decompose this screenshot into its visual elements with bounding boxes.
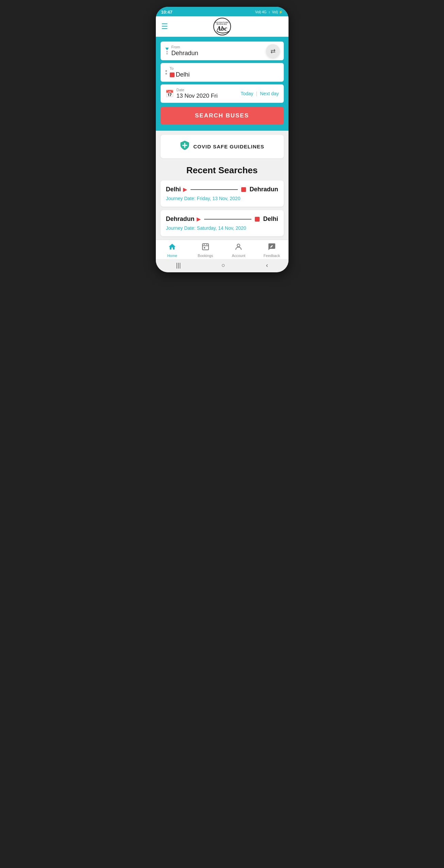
journey-date-2: Journey Date: Saturday, 14 Nov, 2020 (166, 225, 278, 231)
nav-item-account[interactable]: Account (228, 243, 249, 258)
shield-plus-icon (180, 140, 190, 153)
app-header: ☰ ADVENTURE BOOKING Abc (156, 16, 289, 37)
route-red-square-1 (241, 187, 246, 192)
route-red-square-2 (255, 217, 260, 222)
android-recents-button[interactable]: ||| (176, 262, 181, 269)
status-time: 10:47 (161, 10, 172, 15)
recent-searches-title: Recent Searches (161, 165, 284, 176)
status-icons: Vol) 4G ↕ Vol) ⚡ (255, 10, 283, 14)
nav-item-feedback[interactable]: Feedback (262, 243, 282, 258)
next-day-link[interactable]: Next day (260, 91, 279, 96)
swap-arrows-icon: ⇅ (269, 48, 277, 53)
from-row: From Dehradun (165, 45, 279, 57)
search-panel: From Dehradun ⇅ To Delhi (156, 37, 289, 131)
route-row-1: Delhi ▶ Dehradun (166, 186, 278, 193)
bookings-icon (201, 243, 210, 253)
bottom-navigation: Home Bookings Account (156, 240, 289, 259)
date-separator: | (256, 91, 258, 96)
route-line-1 (191, 189, 238, 190)
from-icon (165, 48, 169, 54)
nav-item-home[interactable]: Home (162, 243, 182, 258)
from-input-card[interactable]: From Dehradun ⇅ (161, 42, 284, 60)
to-red-square-icon (170, 73, 175, 77)
search-buses-button[interactable]: SEARCH BUSES (161, 107, 284, 125)
calendar-icon: 📅 (165, 90, 174, 98)
phone-frame: 10:47 Vol) 4G ↕ Vol) ⚡ ☰ ADVENTURE BOOKI… (156, 7, 289, 272)
recent-search-card-2[interactable]: Dehradun ▶ Delhi Journey Date: Saturday,… (161, 210, 284, 236)
svg-rect-4 (207, 244, 207, 245)
route-line-2 (204, 219, 252, 220)
svg-rect-3 (204, 244, 204, 245)
to-label: To (170, 66, 190, 70)
logo-svg-decoration (214, 18, 232, 36)
from-value: Dehradun (171, 50, 198, 57)
swap-button[interactable]: ⇅ (266, 44, 280, 58)
from-text-block: From Dehradun (171, 45, 198, 57)
hamburger-menu-icon[interactable]: ☰ (161, 22, 168, 31)
route-to-city-2: Delhi (263, 215, 278, 223)
feedback-icon (268, 243, 276, 253)
route-arrow-1: ▶ (183, 186, 187, 193)
date-left: 📅 Date 13 Nov 2020 Fri (165, 88, 218, 99)
date-label: Date (177, 88, 218, 92)
android-nav-bar: ||| ○ ‹ (156, 259, 289, 272)
journey-date-1: Journey Date: Friday, 13 Nov, 2020 (166, 196, 278, 201)
android-home-button[interactable]: ○ (221, 262, 225, 269)
nav-item-bookings[interactable]: Bookings (195, 243, 216, 258)
route-arrow-2: ▶ (197, 216, 201, 222)
triangle-down-icon (165, 48, 169, 50)
nav-bookings-label: Bookings (198, 254, 213, 258)
android-back-button[interactable]: ‹ (266, 262, 268, 269)
recent-search-card-1[interactable]: Delhi ▶ Dehradun Journey Date: Friday, 1… (161, 180, 284, 207)
account-icon (234, 243, 243, 253)
today-link[interactable]: Today (241, 91, 253, 96)
date-value: 13 Nov 2020 Fri (177, 93, 218, 99)
svg-rect-2 (202, 244, 209, 250)
covid-guidelines-button[interactable]: COVID SAFE GUIDELINES (161, 135, 284, 158)
covid-text: COVID SAFE GUIDELINES (193, 144, 264, 149)
nav-feedback-label: Feedback (264, 254, 280, 258)
to-row: To Delhi (165, 66, 279, 78)
to-input-card[interactable]: To Delhi (161, 63, 284, 82)
nav-home-label: Home (167, 254, 177, 258)
status-bar: 10:47 Vol) 4G ↕ Vol) ⚡ (156, 7, 289, 16)
nav-account-label: Account (232, 254, 245, 258)
date-text-block: Date 13 Nov 2020 Fri (177, 88, 218, 99)
to-icon (165, 70, 167, 75)
logo-circle: ADVENTURE BOOKING Abc (213, 18, 231, 35)
route-from-city-2: Dehradun (166, 215, 195, 223)
to-value: Delhi (170, 71, 190, 78)
svg-point-7 (237, 244, 240, 247)
to-text-block: To Delhi (170, 66, 190, 78)
svg-rect-6 (204, 247, 205, 248)
recent-searches-section: Recent Searches Delhi ▶ Dehradun Journey… (156, 162, 289, 240)
date-links: Today | Next day (241, 91, 279, 96)
route-to-city-1: Dehradun (249, 186, 278, 193)
app-logo: ADVENTURE BOOKING Abc (213, 18, 231, 35)
dot-row (166, 51, 168, 54)
home-icon (168, 243, 176, 253)
date-input-card[interactable]: 📅 Date 13 Nov 2020 Fri Today | Next day (161, 84, 284, 103)
route-row-2: Dehradun ▶ Delhi (166, 215, 278, 223)
from-label: From (171, 45, 198, 49)
shield-svg (180, 140, 190, 150)
date-row: 📅 Date 13 Nov 2020 Fri Today | Next day (165, 88, 279, 99)
status-signal-icons: Vol) 4G ↕ Vol) ⚡ (255, 10, 283, 14)
route-from-city-1: Delhi (166, 186, 181, 193)
